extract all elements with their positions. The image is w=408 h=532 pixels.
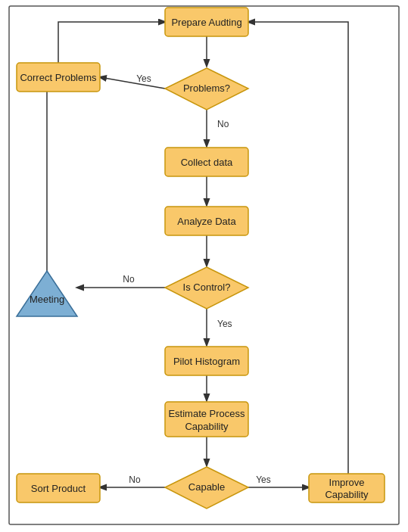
capable-label: Capable: [188, 481, 225, 493]
problems-label: Problems?: [183, 82, 230, 94]
estimate-label-2: Capability: [185, 421, 229, 432]
estimate-label-1: Estimate Process: [168, 408, 245, 419]
improve-capability-label-1: Improve: [329, 477, 365, 488]
collect-data-label: Collect data: [181, 157, 233, 168]
arrow-improve-prepare: [248, 22, 348, 474]
meeting-label: Meeting: [30, 294, 64, 305]
flowchart-diagram: Prepare Audting Problems? Yes No Correct…: [0, 0, 408, 532]
label-yes-control: Yes: [217, 319, 232, 329]
label-yes-problems: Yes: [136, 73, 151, 84]
arrow-correct-prepare: [58, 22, 165, 63]
analyze-data-label: Analyze Data: [177, 216, 236, 227]
sort-product-label: Sort Product: [31, 483, 86, 494]
iscontrol-label: Is Control?: [183, 282, 231, 293]
line-meeting-correct: [17, 77, 47, 271]
pilot-histogram-label: Pilot Histogram: [173, 356, 240, 367]
prepare-audting-label: Prepare Audting: [171, 17, 241, 28]
label-no-problems: No: [217, 119, 229, 129]
label-no-control: No: [123, 274, 135, 285]
flowchart-svg: Prepare Audting Problems? Yes No Correct…: [0, 0, 408, 532]
arrow-problems-correct: [100, 77, 165, 89]
improve-capability-label-2: Capability: [325, 489, 369, 500]
correct-problems-label: Correct Problems: [20, 72, 97, 83]
label-no-capable: No: [129, 474, 141, 485]
label-yes-capable: Yes: [256, 474, 271, 485]
